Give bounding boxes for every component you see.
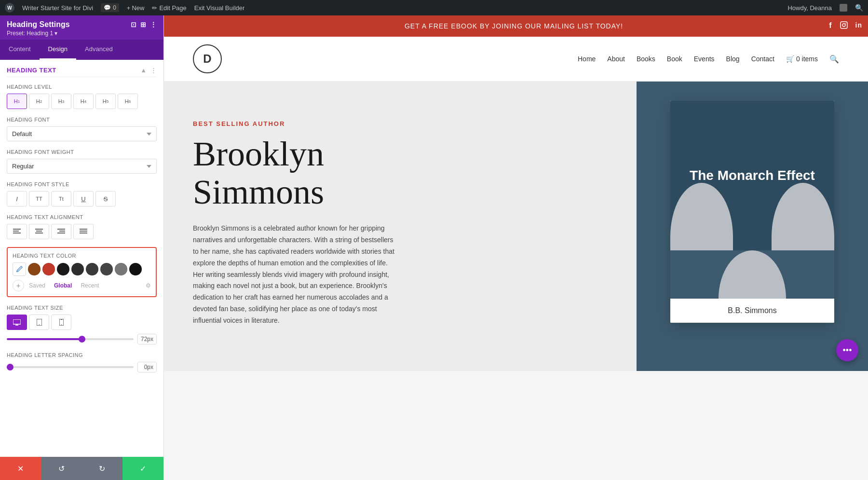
align-left-button[interactable] bbox=[7, 224, 27, 239]
svg-point-16 bbox=[16, 271, 18, 272]
svg-rect-13 bbox=[80, 231, 87, 232]
admin-search-icon[interactable]: 🔍 bbox=[855, 4, 863, 12]
h5-button[interactable]: H5 bbox=[95, 94, 116, 109]
shape-left bbox=[670, 183, 733, 250]
nav-home[interactable]: Home bbox=[578, 55, 596, 63]
book-card: The Monarch Effect B.B. Simmons bbox=[670, 101, 834, 323]
site-name-link[interactable]: Writer Starter Site for Divi bbox=[22, 4, 93, 12]
site-logo[interactable]: D bbox=[193, 44, 222, 73]
wp-logo[interactable]: W bbox=[5, 3, 14, 13]
nav-books[interactable]: Books bbox=[637, 55, 655, 63]
site-name-text: Writer Starter Site for Divi bbox=[22, 4, 93, 12]
color-settings-icon[interactable]: ⚙ bbox=[146, 282, 151, 289]
desktop-device-button[interactable] bbox=[7, 315, 27, 330]
color-swatch-7[interactable] bbox=[115, 263, 127, 275]
heading-letter-spacing-label: Heading Letter Spacing bbox=[7, 352, 157, 358]
svg-rect-1 bbox=[13, 231, 19, 232]
all-caps-button[interactable]: TT bbox=[29, 191, 49, 206]
heading-font-weight-group: Heading Font Weight Regular bbox=[7, 149, 157, 174]
underline-button[interactable]: U bbox=[73, 191, 94, 206]
edit-page-link[interactable]: ✏ Edit Page bbox=[152, 4, 186, 12]
floating-action-button[interactable]: ••• bbox=[836, 339, 858, 361]
comments-link[interactable]: 💬 0 bbox=[101, 3, 119, 12]
section-header-icons: ▲ ⋮ bbox=[140, 67, 157, 74]
save-button[interactable]: ✓ bbox=[122, 457, 163, 480]
nav-about[interactable]: About bbox=[607, 55, 625, 63]
color-swatch-1[interactable] bbox=[28, 263, 41, 275]
main-layout: Heading Settings ⊡ ⊞ ⋮ Preset: Heading 1… bbox=[0, 15, 868, 480]
heading-text-alignment-group: Heading Text Alignment bbox=[7, 214, 157, 239]
heading-text-color-label: Heading Text Color bbox=[13, 253, 151, 259]
facebook-icon[interactable]: f bbox=[829, 21, 832, 31]
letter-spacing-slider[interactable] bbox=[7, 366, 134, 368]
panel-footer: ✕ ↺ ↻ ✓ bbox=[0, 457, 163, 480]
section-more-icon[interactable]: ⋮ bbox=[150, 67, 157, 74]
h2-button[interactable]: H2 bbox=[29, 94, 49, 109]
columns-icon[interactable]: ⊞ bbox=[140, 21, 146, 28]
h3-button[interactable]: H3 bbox=[51, 94, 71, 109]
nav-book[interactable]: Book bbox=[667, 55, 682, 63]
tab-advanced[interactable]: Advanced bbox=[76, 40, 122, 60]
color-swatch-4[interactable] bbox=[71, 263, 84, 275]
h6-button[interactable]: H6 bbox=[118, 94, 138, 109]
align-center-icon bbox=[35, 229, 43, 234]
nav-events[interactable]: Events bbox=[694, 55, 715, 63]
tab-design[interactable]: Design bbox=[40, 40, 76, 60]
desktop-icon bbox=[13, 319, 21, 326]
exit-builder-link[interactable]: Exit Visual Builder bbox=[194, 4, 245, 12]
text-size-slider[interactable] bbox=[7, 338, 134, 340]
recent-tab[interactable]: Recent bbox=[77, 281, 103, 290]
color-swatch-5[interactable] bbox=[86, 263, 98, 275]
nav-contact[interactable]: Contact bbox=[751, 55, 774, 63]
eyedropper-button[interactable] bbox=[13, 262, 26, 276]
redo-icon: ↻ bbox=[99, 464, 105, 473]
nav-cart[interactable]: 🛒 0 items bbox=[786, 55, 818, 63]
undo-button[interactable]: ↺ bbox=[41, 457, 82, 480]
color-swatch-8[interactable] bbox=[129, 263, 142, 275]
saved-tab[interactable]: Saved bbox=[25, 281, 49, 290]
panel-title-row: Heading Settings ⊡ ⊞ ⋮ bbox=[7, 20, 157, 29]
title-case-button[interactable]: Tt bbox=[51, 191, 71, 206]
more-options-icon[interactable]: ⋮ bbox=[150, 21, 157, 28]
hero-title-line1: Brooklyn bbox=[193, 135, 324, 173]
book-author: B.B. Simmons bbox=[670, 299, 834, 323]
svg-rect-9 bbox=[59, 231, 65, 232]
italic-button[interactable]: I bbox=[7, 191, 27, 206]
mobile-device-button[interactable] bbox=[51, 315, 71, 330]
responsive-icon[interactable]: ⊡ bbox=[131, 21, 136, 28]
heading-font-select[interactable]: Default bbox=[7, 126, 157, 141]
heading-text-size-label: Heading Text Size bbox=[7, 305, 157, 311]
nav-blog[interactable]: Blog bbox=[726, 55, 740, 63]
align-center-button[interactable] bbox=[29, 224, 49, 239]
admin-bar: W Writer Starter Site for Divi 💬 0 + New… bbox=[0, 0, 868, 15]
color-swatch-2[interactable] bbox=[42, 263, 55, 275]
logo-letter: D bbox=[203, 52, 211, 66]
color-swatch-3[interactable] bbox=[57, 263, 69, 275]
global-tab[interactable]: Global bbox=[50, 281, 76, 290]
svg-rect-2 bbox=[13, 233, 21, 233]
hero-description: Brooklyn Simmons is a celebrated author … bbox=[193, 223, 395, 326]
panel-title-text: Heading Settings bbox=[7, 20, 70, 29]
nav-search-icon[interactable]: 🔍 bbox=[829, 55, 839, 64]
tablet-device-button[interactable] bbox=[29, 315, 49, 330]
instagram-icon[interactable] bbox=[840, 21, 848, 31]
redo-button[interactable]: ↻ bbox=[82, 457, 123, 480]
align-right-button[interactable] bbox=[51, 224, 71, 239]
new-link[interactable]: + New bbox=[127, 4, 145, 12]
align-justify-button[interactable] bbox=[73, 224, 94, 239]
h1-button[interactable]: H1 bbox=[7, 94, 27, 109]
add-color-button[interactable]: + bbox=[13, 280, 24, 291]
collapse-icon[interactable]: ▲ bbox=[140, 67, 147, 74]
cancel-button[interactable]: ✕ bbox=[0, 457, 41, 480]
color-swatch-6[interactable] bbox=[100, 263, 113, 275]
linkedin-icon[interactable]: in bbox=[855, 21, 862, 31]
strikethrough-button[interactable]: S bbox=[95, 191, 116, 206]
svg-point-24 bbox=[845, 23, 846, 24]
align-left-icon bbox=[13, 229, 21, 234]
avatar[interactable] bbox=[840, 4, 847, 12]
tab-content[interactable]: Content bbox=[0, 40, 40, 60]
h4-button[interactable]: H4 bbox=[73, 94, 94, 109]
alignment-buttons bbox=[7, 224, 157, 239]
preset-selector[interactable]: Preset: Heading 1 ▾ bbox=[7, 30, 157, 37]
heading-font-weight-select[interactable]: Regular bbox=[7, 159, 157, 174]
